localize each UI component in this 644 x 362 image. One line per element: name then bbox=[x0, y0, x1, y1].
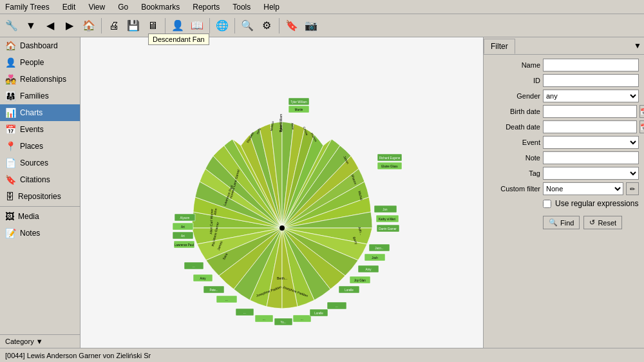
sidebar-divider bbox=[0, 206, 80, 207]
sidebar-item-citations[interactable]: 🔖 Citations bbox=[0, 171, 80, 188]
sidebar-label-sources: Sources bbox=[20, 158, 48, 167]
toolbar-bookmark[interactable]: 🔖 bbox=[283, 17, 301, 35]
media-icon: 🖼 bbox=[5, 211, 14, 222]
filter-reset-button[interactable]: ↺ Reset bbox=[583, 216, 622, 229]
toolbar-back[interactable]: ◀ bbox=[41, 17, 59, 35]
sidebar-item-notes[interactable]: 📝 Notes bbox=[0, 225, 80, 242]
filter-regex-checkbox[interactable] bbox=[543, 200, 551, 208]
sidebar-item-charts[interactable]: 📊 Charts bbox=[0, 104, 80, 121]
filter-tag-select[interactable] bbox=[543, 167, 639, 180]
notes-icon: 📝 bbox=[5, 228, 16, 238]
toolbar-forward[interactable]: ▶ bbox=[61, 17, 79, 35]
menu-help[interactable]: Help bbox=[261, 1, 282, 13]
svg-text:Martin: Martin bbox=[294, 108, 303, 111]
svg-text:Tyler William: Tyler William bbox=[290, 100, 307, 104]
menubar: Family Trees Edit View Go Bookmarks Repo… bbox=[0, 0, 644, 14]
toolbar-sep4 bbox=[234, 18, 235, 33]
sidebar-item-places[interactable]: 📍 Places bbox=[0, 138, 80, 155]
sidebar-item-people[interactable]: 👤 People bbox=[0, 54, 80, 71]
svg-text:Martin: Martin bbox=[279, 124, 283, 132]
sidebar-label-relationships: Relationships bbox=[20, 75, 66, 84]
sidebar-item-sources[interactable]: 📄 Sources bbox=[0, 155, 80, 171]
tooltip-descendant-fan: Descendant Fan bbox=[148, 33, 209, 45]
sidebar-item-relationships[interactable]: 💑 Relationships bbox=[0, 71, 80, 88]
toolbar-print[interactable]: 🖨 bbox=[105, 17, 123, 35]
filter-death-input[interactable] bbox=[543, 120, 637, 133]
filter-birth-input[interactable] bbox=[543, 105, 637, 118]
svg-text:Elaine Glass: Elaine Glass bbox=[381, 165, 398, 168]
menu-view[interactable]: View bbox=[86, 1, 108, 13]
svg-text:Art: Art bbox=[181, 234, 185, 238]
svg-text:Yo...: Yo... bbox=[280, 321, 286, 324]
filter-gender-select[interactable]: any male female bbox=[543, 90, 639, 102]
toolbar-config[interactable]: ⚙ bbox=[258, 17, 276, 35]
toolbar-sep5 bbox=[279, 18, 279, 33]
filter-death-label: Death date bbox=[489, 123, 540, 131]
filter-death-calendar-icon[interactable]: 📅 bbox=[639, 120, 644, 133]
filter-note-input[interactable] bbox=[543, 151, 639, 164]
menu-tools[interactable]: Tools bbox=[230, 1, 253, 13]
fan-chart[interactable]: .fan-text { font-family: sans-serif; fon… bbox=[121, 41, 443, 344]
toolbar-book[interactable]: 📖 bbox=[188, 17, 206, 35]
svg-point-93 bbox=[279, 225, 285, 231]
sidebar-item-families[interactable]: 👨‍👩‍👧 Families bbox=[0, 88, 80, 104]
filter-id-row: ID bbox=[489, 74, 639, 87]
svg-text:Lawrence Paul: Lawrence Paul bbox=[175, 243, 194, 247]
menu-family-trees[interactable]: Family Trees bbox=[3, 1, 52, 13]
toolbar-zoom[interactable]: 🔍 bbox=[238, 17, 256, 35]
menu-go[interactable]: Go bbox=[115, 1, 131, 13]
filter-tab[interactable]: Filter bbox=[484, 39, 515, 54]
filter-birth-row: Birth date 📅 bbox=[489, 105, 639, 118]
toolbar-home[interactable]: 🏠 bbox=[80, 17, 98, 35]
svg-text:Berth...: Berth... bbox=[276, 276, 287, 280]
sidebar-label-places: Places bbox=[20, 142, 43, 151]
filter-birth-calendar-icon[interactable]: 📅 bbox=[639, 105, 644, 118]
toolbar-save[interactable]: 💾 bbox=[124, 17, 142, 35]
svg-text:Pete...: Pete... bbox=[209, 289, 218, 292]
sidebar-label-charts: Charts bbox=[20, 108, 43, 117]
sidebar-item-repositories[interactable]: 🗄 Repositories bbox=[0, 188, 80, 205]
toolbar-sep2 bbox=[165, 18, 166, 33]
svg-text:...: ... bbox=[243, 311, 246, 314]
filter-find-button[interactable]: 🔍 Find bbox=[543, 216, 580, 229]
menu-reports[interactable]: Reports bbox=[190, 1, 222, 13]
filter-name-input[interactable] bbox=[543, 59, 639, 71]
sidebar-label-events: Events bbox=[20, 125, 44, 134]
chart-area[interactable]: .fan-text { font-family: sans-serif; fon… bbox=[80, 37, 483, 348]
category-button[interactable]: Category ▼ bbox=[0, 335, 80, 348]
menu-bookmarks[interactable]: Bookmarks bbox=[138, 1, 182, 13]
filter-id-input[interactable] bbox=[543, 74, 639, 87]
filter-gender-row: Gender any male female bbox=[489, 90, 639, 102]
toolbar-dropdown[interactable]: ▼ bbox=[22, 17, 40, 35]
sidebar-bottom: Category ▼ bbox=[0, 334, 80, 348]
svg-text:...: ... bbox=[263, 318, 265, 321]
filter-custom-select[interactable]: None bbox=[543, 182, 623, 195]
menu-edit[interactable]: Edit bbox=[60, 1, 79, 13]
citations-icon: 🔖 bbox=[5, 175, 16, 185]
sidebar-label-people: People bbox=[20, 58, 44, 67]
svg-text:Darrin Garner: Darrin Garner bbox=[379, 227, 397, 231]
filter-custom-edit-icon[interactable]: ✏ bbox=[626, 182, 639, 195]
sidebar-spacer bbox=[0, 242, 80, 334]
toolbar-screen[interactable]: 🖥 bbox=[144, 17, 162, 35]
sidebar-item-media[interactable]: 🖼 Media bbox=[0, 208, 80, 225]
svg-text:Lorelle: Lorelle bbox=[314, 312, 323, 315]
filter-note-row: Note bbox=[489, 151, 639, 164]
toolbar-person[interactable]: 👤 bbox=[169, 17, 187, 35]
toolbar-camera[interactable]: 📷 bbox=[302, 17, 320, 35]
toolbar-new[interactable]: 🔧 bbox=[3, 17, 21, 35]
svg-text:Art: Art bbox=[181, 225, 185, 229]
toolbar-globe[interactable]: 🌐 bbox=[213, 17, 231, 35]
svg-text:...: ... bbox=[193, 265, 195, 268]
filter-tag-label: Tag bbox=[489, 169, 540, 177]
svg-text:Jon: Jon bbox=[383, 208, 388, 211]
relationships-icon: 💑 bbox=[5, 74, 16, 84]
sidebar-label-dashboard: Dashboard bbox=[20, 41, 58, 50]
filter-expand-button[interactable]: ▼ bbox=[631, 39, 644, 53]
filter-event-select[interactable] bbox=[543, 136, 639, 149]
sidebar-item-events[interactable]: 📅 Events bbox=[0, 121, 80, 138]
svg-text:Alysom: Alysom bbox=[180, 216, 189, 220]
sidebar-item-dashboard[interactable]: 🏠 Dashboard bbox=[0, 37, 80, 54]
places-icon: 📍 bbox=[5, 141, 16, 151]
filter-note-label: Note bbox=[489, 154, 540, 162]
